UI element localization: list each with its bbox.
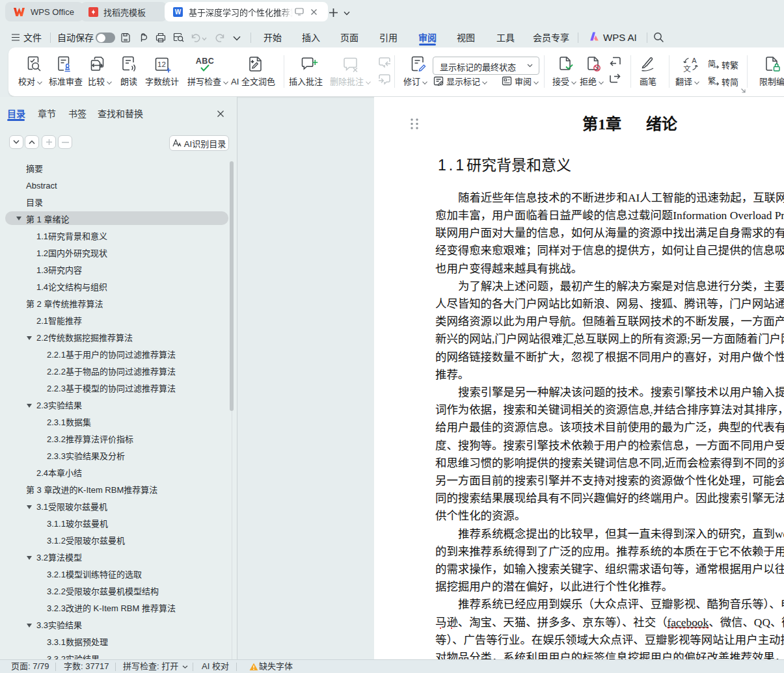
svg-text:ABC: ABC bbox=[196, 57, 215, 66]
svg-text:12: 12 bbox=[157, 60, 166, 68]
svg-text:W: W bbox=[175, 8, 182, 16]
svg-text:文: 文 bbox=[683, 64, 691, 73]
svg-text:A: A bbox=[692, 57, 697, 64]
